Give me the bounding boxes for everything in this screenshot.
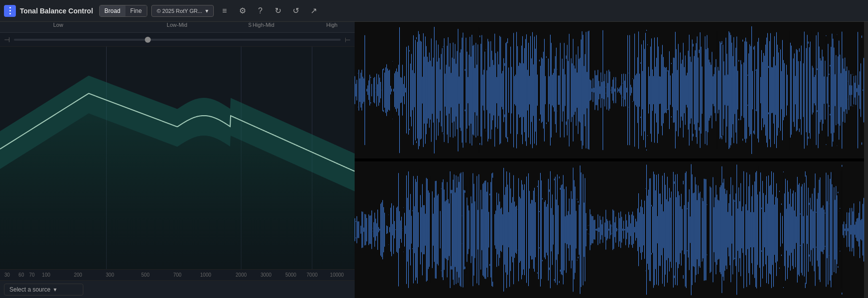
broad-button[interactable]: Broad — [100, 5, 125, 16]
tonal-canvas — [0, 47, 355, 269]
freq-label-70: 70 — [29, 272, 35, 278]
freq-label-500: 500 — [141, 272, 150, 278]
band-label-high: High — [326, 22, 338, 28]
waveform-top-canvas — [355, 22, 868, 158]
freq-label-700: 700 — [173, 272, 182, 278]
freq-label-5000: 5000 — [285, 272, 296, 278]
waveform-bottom-canvas — [355, 161, 868, 298]
freq-label-200: 200 — [74, 272, 82, 278]
freq-label-100: 100 — [42, 272, 51, 278]
sync-button[interactable]: ↻ — [271, 4, 285, 18]
help-button[interactable]: ? — [253, 4, 267, 18]
settings-button[interactable]: ⚙ — [236, 4, 249, 18]
scrollbar[interactable] — [864, 22, 868, 298]
freq-label-2000: 2000 — [236, 272, 247, 278]
meter-button[interactable]: ↗ — [307, 4, 321, 18]
select-source-label: Select a source — [9, 286, 51, 293]
waveform-bottom — [355, 161, 868, 298]
select-source-dropdown[interactable]: Select a source ▾ — [4, 284, 83, 296]
freq-label-300: 300 — [106, 272, 114, 278]
freq-label-1000: 1000 — [200, 272, 211, 278]
broad-fine-toggle: Broad Fine — [99, 5, 147, 17]
freq-label-30: 30 — [4, 272, 10, 278]
tonal-balance-panel: Low Low-Mid S High-Mid High ⊣ ⊢ 30 60 70… — [0, 22, 355, 298]
band-label-low: Low — [53, 22, 63, 28]
main-content: Low Low-Mid S High-Mid High ⊣ ⊢ 30 60 70… — [0, 22, 868, 298]
slider-right-handle[interactable]: ⊢ — [345, 36, 351, 44]
slider-thumb[interactable] — [145, 37, 151, 43]
bottom-bar: Select a source ▾ — [0, 280, 355, 298]
freq-label-7000: 7000 — [307, 272, 317, 278]
band-label-highmid: S High-Mid — [248, 22, 275, 28]
slider-row: ⊣ ⊢ — [0, 33, 355, 47]
app-menu-button[interactable] — [4, 5, 16, 17]
fine-button[interactable]: Fine — [125, 5, 147, 16]
slider-left-handle[interactable]: ⊣ — [4, 36, 10, 44]
waveform-top — [355, 22, 868, 158]
frequency-axis: 30 60 70 100 200 300 500 700 1000 2000 3… — [0, 269, 355, 280]
tonal-chart-area — [0, 47, 355, 269]
source-chevron-icon: ▾ — [54, 286, 57, 293]
undo-button[interactable]: ↺ — [289, 4, 303, 18]
app-title: Tonal Balance Control — [20, 7, 93, 15]
waveform-panel — [355, 22, 868, 298]
source-label: © 2025 RotY GR... — [157, 8, 202, 14]
freq-label-3000: 3000 — [260, 272, 271, 278]
freq-label-10000: 10000 — [330, 272, 344, 278]
slider-track[interactable] — [14, 39, 341, 41]
source-dropdown[interactable]: © 2025 RotY GR... ▾ — [151, 5, 214, 17]
chevron-down-icon: ▾ — [205, 7, 208, 14]
freq-label-60: 60 — [18, 272, 24, 278]
band-label-lowmid: Low-Mid — [167, 22, 187, 28]
solo-icon[interactable]: S — [248, 22, 252, 28]
header: Tonal Balance Control Broad Fine © 2025 … — [0, 0, 868, 22]
hamburger-menu-button[interactable]: ≡ — [218, 4, 232, 18]
band-labels-row: Low Low-Mid S High-Mid High — [0, 22, 355, 33]
